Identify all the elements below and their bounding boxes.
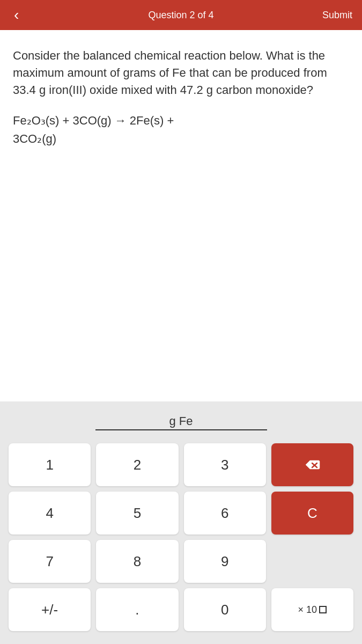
answer-display: g Fe	[9, 414, 353, 435]
question-text: Consider the balanced chemical reaction …	[13, 47, 349, 99]
header: ‹ Question 2 of 4 Submit	[0, 0, 362, 30]
question-progress: Question 2 of 4	[148, 10, 213, 21]
answer-underline	[95, 429, 267, 430]
key-5[interactable]: 5	[96, 492, 178, 535]
key-8[interactable]: 8	[96, 540, 178, 583]
keypad: 1 2 3 4 5 6 C 7 8 9 +/- . 0	[9, 443, 353, 631]
key-4[interactable]: 4	[9, 492, 91, 535]
backspace-svg-icon	[304, 458, 321, 471]
key-9[interactable]: 9	[184, 540, 266, 583]
page-wrapper: ‹ Question 2 of 4 Submit Consider the ba…	[0, 0, 362, 644]
key-1[interactable]: 1	[9, 443, 91, 486]
key-decimal[interactable]: .	[96, 588, 178, 631]
submit-button[interactable]: Submit	[322, 10, 352, 21]
exponent-box-icon	[319, 606, 327, 613]
x10-button[interactable]: × 10	[271, 588, 353, 631]
key-0[interactable]: 0	[184, 588, 266, 631]
key-2[interactable]: 2	[96, 443, 178, 486]
backspace-button[interactable]	[271, 443, 353, 486]
key-7[interactable]: 7	[9, 540, 91, 583]
x10-label: × 10	[298, 604, 317, 616]
equation-line2: 3CO₂(g)	[13, 130, 349, 148]
answer-label: g Fe	[169, 414, 193, 428]
clear-button[interactable]: C	[271, 492, 353, 535]
key-3[interactable]: 3	[184, 443, 266, 486]
question-area: Consider the balanced chemical reaction …	[0, 30, 362, 161]
key-plusminus[interactable]: +/-	[9, 588, 91, 631]
back-button[interactable]: ‹	[10, 5, 23, 25]
key-6[interactable]: 6	[184, 492, 266, 535]
equation-line1: Fe₂O₃(s) + 3CO(g) → 2Fe(s) +	[13, 112, 349, 130]
calculator-area: g Fe 1 2 3 4 5 6 C 7 8 9	[0, 401, 362, 644]
